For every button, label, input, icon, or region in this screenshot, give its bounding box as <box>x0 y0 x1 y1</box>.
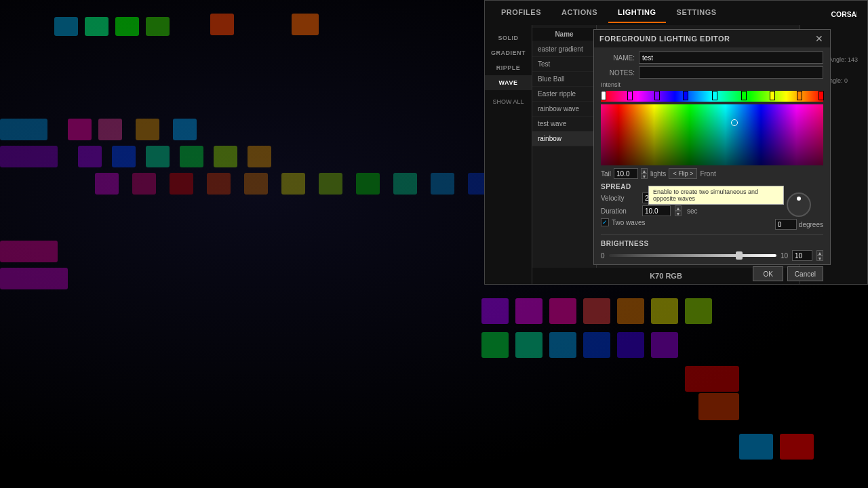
brightness-row: 0 10 ▲ ▼ <box>601 250 823 261</box>
brightness-spinner: ▲ ▼ <box>816 250 823 261</box>
tail-unit-label: lights <box>650 170 666 178</box>
sidebar-item-solid[interactable]: SOLID <box>485 30 532 45</box>
tail-value-input[interactable] <box>614 168 638 179</box>
flip-button[interactable]: < Flip > <box>669 168 697 179</box>
name-field-row: NAME: <box>601 52 823 64</box>
color-spectrum-picker[interactable] <box>601 104 823 165</box>
tab-settings[interactable]: SETTINGS <box>667 3 726 23</box>
tab-profiles[interactable]: PROFILES <box>492 3 551 23</box>
gradient-stop-8[interactable] <box>818 91 824 100</box>
degrees-input[interactable] <box>775 219 797 230</box>
duration-unit: sec <box>687 207 698 215</box>
velocity-spinner-up[interactable]: ▲ <box>675 192 682 198</box>
tail-spinner-down[interactable]: ▼ <box>641 174 648 179</box>
tail-spinner: ▲ ▼ <box>641 168 648 179</box>
duration-input[interactable] <box>642 205 671 216</box>
degrees-row: degrees <box>775 219 823 230</box>
brightness-spinner-down[interactable]: ▼ <box>816 256 823 261</box>
front-label: Front <box>700 170 715 178</box>
two-waves-checkbox[interactable]: ✓ <box>601 218 609 226</box>
angle-wheel[interactable] <box>787 192 811 217</box>
tail-row: Tail ▲ ▼ lights < Flip > Front <box>601 168 823 179</box>
brightness-thumb[interactable] <box>736 251 743 260</box>
brightness-max: 10 <box>781 252 788 260</box>
brightness-section: BRIGHTNESS 0 10 ▲ ▼ <box>601 234 823 261</box>
sidebar: SOLID GRADIENT RIPPLE WAVE SHOW ALL <box>485 25 532 284</box>
two-waves-row: ✓ Two waves <box>601 218 770 226</box>
angle-section: degrees <box>775 192 823 230</box>
dialog-titlebar: FOREGROUND LIGHTING EDITOR ✕ <box>594 30 830 47</box>
brightness-label: BRIGHTNESS <box>601 240 823 247</box>
gradient-stop-1[interactable] <box>627 91 633 100</box>
corsair-logo: CORSAIR <box>827 3 861 23</box>
foreground-lighting-editor-dialog: FOREGROUND LIGHTING EDITOR ✕ NAME: NOTES… <box>593 29 831 265</box>
software-panel: PROFILES ACTIONS LIGHTING SETTINGS CORSA… <box>484 0 868 285</box>
tab-lighting[interactable]: LIGHTING <box>608 3 666 23</box>
effect-item-easter-gradient[interactable]: easter gradient <box>532 42 596 57</box>
dialog-body: NAME: NOTES: Intensit <box>594 47 830 285</box>
color-picker-crosshair <box>731 119 738 126</box>
svg-text:CORSAIR: CORSAIR <box>831 11 857 18</box>
gradient-stop-6[interactable] <box>770 91 775 100</box>
effect-item-test-wave[interactable]: test wave <box>532 117 596 131</box>
spread-fields: Velocity ▲ ▼ lights/sec Duration ▲ <box>601 192 770 228</box>
brightness-spinner-up[interactable]: ▲ <box>816 250 823 256</box>
brightness-min: 0 <box>601 252 605 260</box>
brightness-slider[interactable] <box>609 254 776 257</box>
duration-label: Duration <box>601 207 638 215</box>
sidebar-item-gradient[interactable]: GRADIENT <box>485 45 532 60</box>
duration-spinner: ▲ ▼ <box>675 205 682 216</box>
gradient-stop-5[interactable] <box>741 91 747 100</box>
degrees-label: degrees <box>799 221 823 228</box>
notes-field-row: NOTES: <box>601 66 823 79</box>
name-input[interactable] <box>639 52 823 64</box>
velocity-unit: lights/sec <box>687 195 715 202</box>
effects-list: Name easter gradient Test Blue Ball East… <box>532 25 597 284</box>
sidebar-item-wave[interactable]: WAVE <box>485 75 532 90</box>
brightness-value-input[interactable] <box>792 250 812 261</box>
effect-item-rainbow-wave[interactable]: rainbow wave <box>532 102 596 117</box>
gradient-stop-3[interactable] <box>683 91 688 100</box>
gradient-stop-0[interactable] <box>601 91 606 100</box>
gradient-stop-7[interactable] <box>797 91 802 100</box>
velocity-row: Velocity ▲ ▼ lights/sec <box>601 192 770 203</box>
velocity-label: Velocity <box>601 195 638 202</box>
duration-row: Duration ▲ ▼ sec <box>601 205 770 216</box>
gradient-bar-container: Intensit <box>601 81 823 102</box>
gradient-stop-2[interactable] <box>654 91 660 100</box>
dialog-title: FOREGROUND LIGHTING EDITOR <box>599 35 730 43</box>
sidebar-show-all[interactable]: SHOW ALL <box>485 93 532 110</box>
effect-item-rainbow[interactable]: rainbow <box>532 131 596 146</box>
tail-spinner-up[interactable]: ▲ <box>641 168 648 174</box>
corsair-logo-svg: CORSAIR <box>830 5 857 21</box>
gradient-stop-4[interactable] <box>712 91 717 100</box>
velocity-spinner: ▲ ▼ <box>675 192 682 203</box>
velocity-input[interactable] <box>642 192 671 203</box>
spread-content: Velocity ▲ ▼ lights/sec Duration ▲ <box>601 192 823 230</box>
top-nav: PROFILES ACTIONS LIGHTING SETTINGS CORSA… <box>485 1 867 25</box>
velocity-spinner-down[interactable]: ▼ <box>675 198 682 203</box>
intensity-label: Intensit <box>601 81 823 88</box>
notes-label: NOTES: <box>601 69 635 77</box>
gradient-bar[interactable] <box>601 91 823 102</box>
effect-item-blue-ball[interactable]: Blue Ball <box>532 72 596 87</box>
spread-section-label: SPREAD <box>601 183 823 190</box>
duration-spinner-down[interactable]: ▼ <box>675 211 682 216</box>
tail-label: Tail <box>601 170 611 178</box>
tab-actions[interactable]: ACTIONS <box>552 3 607 23</box>
nav-tabs: PROFILES ACTIONS LIGHTING SETTINGS <box>492 3 726 23</box>
effects-list-header: Name <box>532 28 596 41</box>
effect-item-test[interactable]: Test <box>532 57 596 72</box>
sidebar-item-ripple[interactable]: RIPPLE <box>485 60 532 75</box>
two-waves-label: Two waves <box>612 219 645 226</box>
angle-dot <box>797 197 801 201</box>
dialog-close-button[interactable]: ✕ <box>814 33 825 44</box>
duration-spinner-up[interactable]: ▲ <box>675 205 682 211</box>
name-label: NAME: <box>601 54 635 62</box>
dialog-buttons: OK Cancel <box>601 266 823 281</box>
cancel-button[interactable]: Cancel <box>787 266 823 281</box>
ok-button[interactable]: OK <box>753 266 783 281</box>
notes-input[interactable] <box>639 66 823 79</box>
effect-item-easter-ripple[interactable]: Easter ripple <box>532 87 596 102</box>
